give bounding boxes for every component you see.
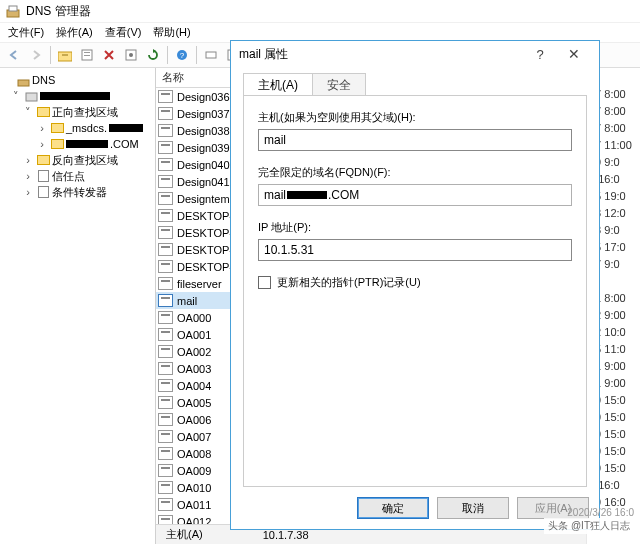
menu-action[interactable]: 操作(A) (52, 25, 97, 40)
folder-icon (36, 106, 50, 119)
host-input[interactable] (258, 129, 572, 151)
record-icon (158, 362, 173, 375)
filter-button[interactable] (121, 45, 141, 65)
toolbar-sep (50, 46, 51, 64)
dns-icon (16, 74, 30, 87)
tree-reverse-zones[interactable]: › 反向查找区域 (0, 152, 155, 168)
record-name: OA003 (177, 363, 211, 375)
tree-server[interactable]: ˅ (0, 88, 155, 104)
up-button[interactable] (55, 45, 75, 65)
nav-back-button[interactable] (4, 45, 24, 65)
host-label: 主机(如果为空则使用其父域)(H): (258, 110, 572, 125)
folder-icon (50, 138, 64, 151)
help-button[interactable]: ? (172, 45, 192, 65)
tree-conditional-forwarders[interactable]: › 条件转发器 (0, 184, 155, 200)
record-name: mail (177, 295, 197, 307)
record-icon (158, 515, 173, 524)
tree-label: 正向查找区域 (52, 105, 118, 120)
record-name: OA007 (177, 431, 211, 443)
menu-view[interactable]: 查看(V) (101, 25, 146, 40)
svg-rect-5 (84, 55, 90, 56)
record-name: Design041 (177, 176, 230, 188)
record-name: OA012 (177, 516, 211, 525)
record-name: Designtemp (177, 193, 236, 205)
ptr-checkbox-row[interactable]: 更新相关的指针(PTR)记录(U) (258, 275, 572, 290)
expand-icon[interactable]: ˅ (10, 90, 22, 103)
cancel-button[interactable]: 取消 (437, 497, 509, 519)
expand-icon[interactable]: › (22, 170, 34, 182)
ip-input[interactable] (258, 239, 572, 261)
record-icon (158, 294, 173, 307)
dialog-title: mail 属性 (239, 46, 288, 63)
menu-file[interactable]: 文件(F) (4, 25, 48, 40)
tree-label: DNS (32, 74, 55, 86)
expand-icon[interactable]: › (36, 122, 48, 134)
main-title: DNS 管理器 (26, 3, 91, 20)
nav-fwd-button[interactable] (26, 45, 46, 65)
svg-rect-13 (18, 80, 29, 86)
record-icon (158, 209, 173, 222)
record-icon (158, 481, 173, 494)
expand-icon[interactable]: › (22, 186, 34, 198)
tree-label: _msdcs. (66, 122, 107, 134)
menu-help[interactable]: 帮助(H) (149, 25, 194, 40)
tree-label: 条件转发器 (52, 185, 107, 200)
tree-domain[interactable]: › .COM (0, 136, 155, 152)
fqdn-prefix: mail (264, 188, 286, 202)
svg-rect-1 (9, 6, 17, 11)
main-titlebar: DNS 管理器 (0, 0, 640, 22)
help-button[interactable]: ? (523, 43, 557, 65)
expand-icon[interactable]: › (36, 138, 48, 150)
server-icon (24, 90, 38, 103)
record-name: OA005 (177, 397, 211, 409)
svg-point-7 (129, 53, 133, 57)
fqdn-suffix: .COM (328, 188, 359, 202)
file-icon (36, 170, 50, 183)
tab-page: 主机(如果为空则使用其父域)(H): 完全限定的域名(FQDN)(F): mai… (243, 95, 587, 487)
svg-rect-2 (58, 52, 72, 61)
delete-button[interactable] (99, 45, 119, 65)
svg-rect-4 (84, 52, 90, 53)
ok-button[interactable]: 确定 (357, 497, 429, 519)
tree-pane[interactable]: DNS ˅ ˅ 正向查找区域 › _msdcs. › .COM › 反向查找区域 (0, 68, 156, 544)
record-icon (158, 311, 173, 324)
tab-security[interactable]: 安全 (312, 73, 366, 95)
file-icon (36, 186, 50, 199)
ptr-checkbox[interactable] (258, 276, 271, 289)
tab-host[interactable]: 主机(A) (243, 73, 313, 95)
main-menubar: 文件(F) 操作(A) 查看(V) 帮助(H) (0, 22, 640, 42)
record-name: OA010 (177, 482, 211, 494)
record-name: fileserver (177, 278, 222, 290)
record-name: OA001 (177, 329, 211, 341)
tree-label: 反向查找区域 (52, 153, 118, 168)
close-button[interactable]: ✕ (557, 43, 591, 65)
redacted-text (40, 92, 110, 100)
expand-icon[interactable]: › (22, 154, 34, 166)
record-name: OA006 (177, 414, 211, 426)
refresh-button[interactable] (143, 45, 163, 65)
dialog-titlebar[interactable]: mail 属性 ? ✕ (231, 41, 599, 67)
record-icon (158, 464, 173, 477)
action1-button[interactable] (201, 45, 221, 65)
folder-icon (36, 154, 50, 167)
toolbar-sep (167, 46, 168, 64)
record-name: OA009 (177, 465, 211, 477)
properties-button[interactable] (77, 45, 97, 65)
tree-label: 信任点 (52, 169, 85, 184)
record-icon (158, 447, 173, 460)
tree-trust-points[interactable]: › 信任点 (0, 168, 155, 184)
record-name: Design038 (177, 125, 230, 137)
fqdn-label: 完全限定的域名(FQDN)(F): (258, 165, 572, 180)
expand-icon[interactable]: ˅ (22, 106, 34, 119)
svg-rect-10 (206, 52, 216, 58)
tree-msdcs[interactable]: › _msdcs. (0, 120, 155, 136)
dialog-tabs: 主机(A) 安全 (243, 73, 587, 95)
tree-forward-zones[interactable]: ˅ 正向查找区域 (0, 104, 155, 120)
tree-root[interactable]: DNS (0, 72, 155, 88)
record-icon (158, 345, 173, 358)
record-icon (158, 192, 173, 205)
overlay-timestamp: 2020/3/26 16:0 (567, 507, 634, 518)
record-icon (158, 124, 173, 137)
record-icon (158, 430, 173, 443)
record-icon (158, 328, 173, 341)
